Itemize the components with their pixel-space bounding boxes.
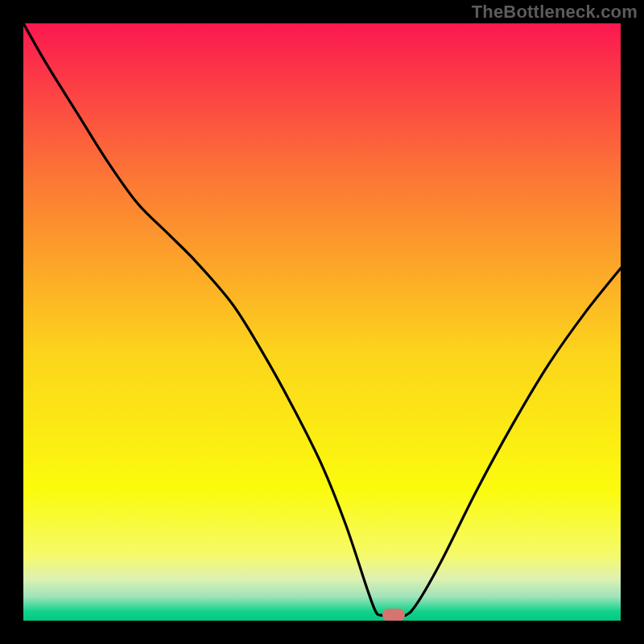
optimum-marker <box>382 609 405 621</box>
watermark-text: TheBottleneck.com <box>472 2 638 23</box>
svg-rect-0 <box>23 23 621 621</box>
chart-stage: TheBottleneck.com <box>0 0 644 644</box>
gradient-background <box>23 23 621 621</box>
plot-area <box>23 23 621 621</box>
